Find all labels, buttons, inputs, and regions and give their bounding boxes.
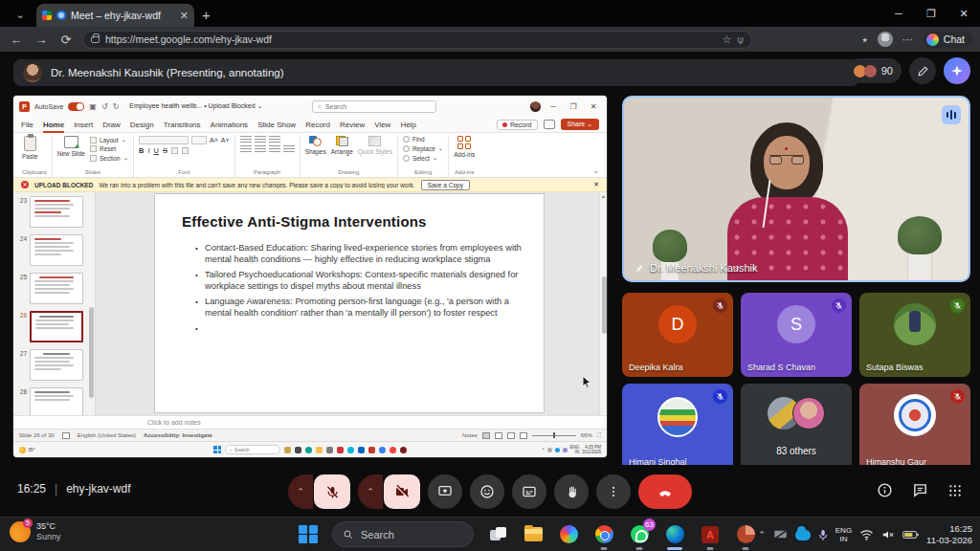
slide-thumbnail-23[interactable]: 23 bbox=[17, 196, 85, 228]
undo-icon[interactable]: ↺ bbox=[101, 102, 108, 111]
ppt-minimize-button[interactable]: ─ bbox=[546, 102, 561, 111]
quick-styles-button[interactable]: Quick Styles bbox=[358, 136, 392, 155]
inner-app-icon[interactable] bbox=[295, 447, 301, 453]
inner-app-icon[interactable] bbox=[358, 447, 365, 453]
slide-body-text[interactable]: •Contact-Based Education: Sharing lived-… bbox=[195, 243, 532, 335]
back-button[interactable]: ← bbox=[8, 33, 25, 47]
strikethrough-button[interactable]: S bbox=[163, 146, 167, 155]
numbering-icon[interactable] bbox=[255, 136, 266, 143]
slide-scrollbar[interactable]: ▲ bbox=[599, 192, 607, 415]
warning-message[interactable]: We ran into a problem with this file and… bbox=[99, 182, 414, 188]
new-slide-button[interactable]: New Slide bbox=[57, 136, 85, 157]
slide-thumbnail-27[interactable]: 27 bbox=[17, 349, 85, 381]
indent-icon[interactable] bbox=[269, 136, 280, 143]
menu-home[interactable]: Home bbox=[43, 121, 64, 129]
share-button[interactable]: Share ⌄ bbox=[561, 119, 600, 130]
align-left-icon[interactable] bbox=[240, 145, 252, 153]
save-icon[interactable]: ▣ bbox=[89, 102, 97, 111]
italic-button[interactable]: I bbox=[148, 146, 150, 155]
slide-thumbnail-26-selected[interactable]: 26 bbox=[17, 311, 85, 342]
align-center-icon[interactable] bbox=[255, 145, 266, 153]
slide-sorter-icon[interactable] bbox=[495, 432, 502, 439]
autosave-toggle[interactable] bbox=[68, 102, 84, 111]
menu-view[interactable]: View bbox=[374, 121, 390, 129]
section-button[interactable]: Section ⌄ bbox=[90, 154, 128, 162]
find-button[interactable]: Find bbox=[403, 136, 443, 143]
ppt-restore-button[interactable]: ❐ bbox=[566, 102, 581, 111]
ppt-search-box[interactable]: ⌕ Search bbox=[312, 100, 436, 113]
tray-mic-icon[interactable] bbox=[818, 529, 828, 541]
present-screen-button[interactable] bbox=[428, 474, 462, 509]
reactions-button[interactable] bbox=[470, 474, 504, 509]
reset-button[interactable]: Reset bbox=[90, 145, 128, 152]
inner-app-icon[interactable] bbox=[400, 447, 407, 453]
inner-app-icon[interactable] bbox=[337, 447, 344, 453]
save-a-copy-button[interactable]: Save a Copy bbox=[421, 180, 470, 190]
tile-sharad-s-chavan[interactable]: S Sharad S Chavan bbox=[741, 293, 852, 377]
powerpoint-taskbar-icon[interactable] bbox=[734, 522, 757, 547]
edge-icon[interactable] bbox=[663, 522, 686, 547]
file-explorer-icon[interactable] bbox=[522, 522, 545, 547]
tile-deepika-kalra[interactable]: D Deepika Kalra bbox=[622, 293, 733, 377]
inner-system-tray[interactable]: ^ ENGIN 4:25 PM3/11/2026 bbox=[542, 445, 601, 454]
bullets-icon[interactable] bbox=[240, 136, 252, 143]
tile-himanshu-gaur[interactable]: Himanshu Gaur bbox=[859, 384, 970, 472]
start-button[interactable] bbox=[297, 522, 320, 547]
minimize-button[interactable]: ─ bbox=[882, 0, 915, 27]
notes-toggle[interactable]: Notes bbox=[462, 432, 478, 438]
upload-status-dropdown[interactable]: Upload Blocked bbox=[209, 102, 256, 109]
taskbar-search[interactable]: Search bbox=[332, 521, 474, 547]
underline-button[interactable]: U bbox=[154, 146, 159, 155]
menu-slideshow[interactable]: Slide Show bbox=[257, 121, 296, 129]
replace-button[interactable]: Replace ⌄ bbox=[403, 144, 443, 152]
collapse-ribbon-icon[interactable]: ⌄ bbox=[592, 166, 603, 177]
display-off-icon[interactable] bbox=[773, 529, 788, 540]
accessibility-indicator[interactable]: Accessibility: Investigate bbox=[144, 432, 212, 438]
align-right-icon[interactable] bbox=[269, 145, 280, 153]
voice-search-mic-icon[interactable]: ⍦ bbox=[737, 33, 744, 46]
reading-view-icon[interactable] bbox=[507, 432, 515, 439]
redo-icon[interactable]: ↻ bbox=[113, 102, 120, 111]
slide-title[interactable]: Effective Anti-Stigma Interventions bbox=[182, 213, 544, 230]
menu-record[interactable]: Record bbox=[305, 121, 330, 129]
whatsapp-icon[interactable]: 63 bbox=[628, 522, 651, 547]
language-indicator[interactable]: ENGIN bbox=[835, 526, 852, 543]
slide-thumbnail-24[interactable]: 24 bbox=[17, 234, 85, 266]
slide-thumbnail-28[interactable]: 28 bbox=[17, 387, 85, 415]
language-indicator[interactable]: English (United States) bbox=[78, 432, 136, 438]
maximize-button[interactable]: ❐ bbox=[915, 0, 947, 27]
inner-app-icon[interactable] bbox=[347, 447, 354, 453]
browser-menu-icon[interactable]: ⋯ bbox=[902, 33, 913, 46]
record-button[interactable]: Record bbox=[497, 120, 538, 130]
ppt-close-button[interactable]: ✕ bbox=[586, 102, 601, 111]
justify-icon[interactable] bbox=[283, 145, 295, 153]
onedrive-icon[interactable] bbox=[795, 530, 811, 540]
reload-button[interactable]: ⟳ bbox=[57, 33, 75, 47]
mic-options-chevron[interactable]: ⌃ bbox=[288, 474, 313, 509]
thumbnail-scrollbar[interactable] bbox=[89, 307, 94, 398]
comments-icon[interactable] bbox=[544, 120, 555, 129]
menu-draw[interactable]: Draw bbox=[102, 121, 121, 129]
new-tab-button[interactable]: + bbox=[202, 7, 211, 23]
font-name-box[interactable] bbox=[139, 136, 189, 144]
tile-himani-singhal[interactable]: Himani Singhal bbox=[622, 384, 733, 472]
inner-app-icon[interactable] bbox=[316, 447, 323, 453]
inner-search-box[interactable]: ⌕ Search bbox=[225, 445, 280, 454]
current-slide[interactable]: Effective Anti-Stigma Interventions •Con… bbox=[155, 194, 544, 412]
addins-button[interactable]: Add-ins bbox=[454, 136, 475, 158]
weather-widget[interactable]: 35°CSunny bbox=[10, 521, 61, 542]
bookmark-star-icon[interactable]: ☆ bbox=[723, 33, 732, 46]
camera-options-chevron[interactable]: ⌃ bbox=[358, 474, 383, 509]
close-button[interactable]: ✕ bbox=[947, 0, 980, 27]
annotate-pen-button[interactable] bbox=[909, 57, 936, 84]
menu-help[interactable]: Help bbox=[400, 121, 415, 129]
grow-font-button[interactable]: A˄ bbox=[210, 137, 218, 143]
presenter-banner[interactable]: Dr. Meenakshi Kaushik (Presenting, annot… bbox=[13, 59, 859, 86]
display-settings-icon[interactable] bbox=[62, 432, 70, 439]
layout-button[interactable]: Layout ⌄ bbox=[90, 136, 128, 143]
text-highlight-icon[interactable] bbox=[171, 147, 178, 154]
participants-button[interactable]: 90 bbox=[848, 58, 902, 83]
bold-button[interactable]: B bbox=[139, 146, 144, 155]
tile-sutapa-biswas[interactable]: Sutapa Biswas bbox=[859, 293, 970, 377]
more-options-button[interactable] bbox=[596, 474, 631, 509]
